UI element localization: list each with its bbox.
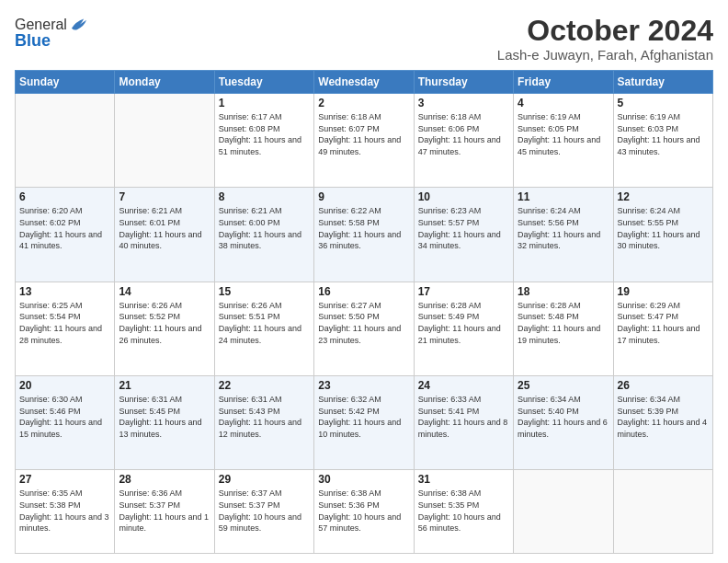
table-row: 11Sunrise: 6:24 AM Sunset: 5:56 PM Dayli… <box>514 188 613 282</box>
calendar-week-row: 20Sunrise: 6:30 AM Sunset: 5:46 PM Dayli… <box>16 376 713 470</box>
day-number: 22 <box>219 379 310 392</box>
table-row <box>16 94 115 188</box>
table-row: 7Sunrise: 6:21 AM Sunset: 6:01 PM Daylig… <box>115 188 214 282</box>
location-title: Lash-e Juwayn, Farah, Afghanistan <box>497 47 713 63</box>
table-row: 29Sunrise: 6:37 AM Sunset: 5:37 PM Dayli… <box>214 470 313 554</box>
day-info: Sunrise: 6:27 AM Sunset: 5:50 PM Dayligh… <box>318 300 409 346</box>
table-row: 19Sunrise: 6:29 AM Sunset: 5:47 PM Dayli… <box>613 282 712 375</box>
day-number: 10 <box>418 190 509 203</box>
header: General Blue October 2024 Lash-e Juwayn,… <box>15 15 713 63</box>
day-info: Sunrise: 6:29 AM Sunset: 5:47 PM Dayligh… <box>618 300 709 346</box>
table-row <box>115 94 214 188</box>
calendar-table: Sunday Monday Tuesday Wednesday Thursday… <box>15 70 713 554</box>
day-info: Sunrise: 6:28 AM Sunset: 5:49 PM Dayligh… <box>418 300 509 346</box>
day-info: Sunrise: 6:21 AM Sunset: 6:00 PM Dayligh… <box>219 205 310 251</box>
table-row: 30Sunrise: 6:38 AM Sunset: 5:36 PM Dayli… <box>314 470 414 554</box>
day-number: 8 <box>219 190 310 203</box>
day-number: 19 <box>618 285 709 298</box>
day-number: 23 <box>318 379 409 392</box>
day-info: Sunrise: 6:18 AM Sunset: 6:07 PM Dayligh… <box>318 111 409 157</box>
day-info: Sunrise: 6:24 AM Sunset: 5:56 PM Dayligh… <box>518 205 609 251</box>
table-row: 15Sunrise: 6:26 AM Sunset: 5:51 PM Dayli… <box>214 282 313 375</box>
logo-bird-icon <box>69 15 89 35</box>
table-row: 26Sunrise: 6:34 AM Sunset: 5:39 PM Dayli… <box>613 376 712 470</box>
header-sunday: Sunday <box>16 71 115 94</box>
day-number: 14 <box>119 285 210 298</box>
day-number: 27 <box>19 473 110 486</box>
table-row: 1Sunrise: 6:17 AM Sunset: 6:08 PM Daylig… <box>214 94 313 188</box>
table-row: 25Sunrise: 6:34 AM Sunset: 5:40 PM Dayli… <box>514 376 613 470</box>
table-row: 6Sunrise: 6:20 AM Sunset: 6:02 PM Daylig… <box>16 188 115 282</box>
table-row: 22Sunrise: 6:31 AM Sunset: 5:43 PM Dayli… <box>214 376 313 470</box>
day-number: 12 <box>618 190 709 203</box>
header-saturday: Saturday <box>613 71 712 94</box>
header-thursday: Thursday <box>414 71 513 94</box>
day-info: Sunrise: 6:28 AM Sunset: 5:48 PM Dayligh… <box>518 300 609 346</box>
day-info: Sunrise: 6:31 AM Sunset: 5:45 PM Dayligh… <box>119 394 210 440</box>
day-info: Sunrise: 6:25 AM Sunset: 5:54 PM Dayligh… <box>19 300 110 346</box>
day-number: 6 <box>19 190 110 203</box>
day-number: 4 <box>518 97 609 109</box>
day-number: 16 <box>318 285 409 298</box>
table-row: 14Sunrise: 6:26 AM Sunset: 5:52 PM Dayli… <box>115 282 214 375</box>
day-number: 17 <box>418 285 509 298</box>
table-row: 23Sunrise: 6:32 AM Sunset: 5:42 PM Dayli… <box>314 376 414 470</box>
day-number: 5 <box>618 97 709 109</box>
table-row: 12Sunrise: 6:24 AM Sunset: 5:55 PM Dayli… <box>613 188 712 282</box>
header-monday: Monday <box>115 71 214 94</box>
day-number: 3 <box>418 97 509 109</box>
day-info: Sunrise: 6:30 AM Sunset: 5:46 PM Dayligh… <box>19 394 110 440</box>
day-info: Sunrise: 6:26 AM Sunset: 5:52 PM Dayligh… <box>119 300 210 346</box>
table-row: 5Sunrise: 6:19 AM Sunset: 6:03 PM Daylig… <box>613 94 712 188</box>
day-number: 28 <box>119 473 210 486</box>
day-info: Sunrise: 6:34 AM Sunset: 5:39 PM Dayligh… <box>618 394 709 440</box>
table-row: 17Sunrise: 6:28 AM Sunset: 5:49 PM Dayli… <box>414 282 513 375</box>
day-number: 30 <box>318 473 409 486</box>
day-info: Sunrise: 6:34 AM Sunset: 5:40 PM Dayligh… <box>518 394 609 440</box>
day-number: 9 <box>318 190 409 203</box>
header-tuesday: Tuesday <box>214 71 313 94</box>
logo-blue-text: Blue <box>15 31 51 51</box>
table-row: 10Sunrise: 6:23 AM Sunset: 5:57 PM Dayli… <box>414 188 513 282</box>
day-number: 18 <box>518 285 609 298</box>
table-row: 28Sunrise: 6:36 AM Sunset: 5:37 PM Dayli… <box>115 470 214 554</box>
day-number: 24 <box>418 379 509 392</box>
day-number: 29 <box>219 473 310 486</box>
day-info: Sunrise: 6:38 AM Sunset: 5:36 PM Dayligh… <box>318 488 409 534</box>
day-info: Sunrise: 6:31 AM Sunset: 5:43 PM Dayligh… <box>219 394 310 440</box>
day-info: Sunrise: 6:20 AM Sunset: 6:02 PM Dayligh… <box>19 205 110 251</box>
day-info: Sunrise: 6:33 AM Sunset: 5:41 PM Dayligh… <box>418 394 509 440</box>
day-number: 11 <box>518 190 609 203</box>
month-title: October 2024 <box>497 15 713 47</box>
day-number: 2 <box>318 97 409 109</box>
day-number: 13 <box>19 285 110 298</box>
day-number: 1 <box>219 97 310 109</box>
table-row <box>514 470 613 554</box>
day-info: Sunrise: 6:26 AM Sunset: 5:51 PM Dayligh… <box>219 300 310 346</box>
calendar-week-row: 1Sunrise: 6:17 AM Sunset: 6:08 PM Daylig… <box>16 94 713 188</box>
day-info: Sunrise: 6:18 AM Sunset: 6:06 PM Dayligh… <box>418 111 509 157</box>
day-number: 21 <box>119 379 210 392</box>
table-row: 4Sunrise: 6:19 AM Sunset: 6:05 PM Daylig… <box>514 94 613 188</box>
day-info: Sunrise: 6:22 AM Sunset: 5:58 PM Dayligh… <box>318 205 409 251</box>
day-number: 31 <box>418 473 509 486</box>
day-info: Sunrise: 6:37 AM Sunset: 5:37 PM Dayligh… <box>219 488 310 534</box>
day-info: Sunrise: 6:24 AM Sunset: 5:55 PM Dayligh… <box>618 205 709 251</box>
title-section: October 2024 Lash-e Juwayn, Farah, Afgha… <box>497 15 713 63</box>
day-info: Sunrise: 6:19 AM Sunset: 6:05 PM Dayligh… <box>518 111 609 157</box>
calendar-week-row: 13Sunrise: 6:25 AM Sunset: 5:54 PM Dayli… <box>16 282 713 375</box>
day-info: Sunrise: 6:36 AM Sunset: 5:37 PM Dayligh… <box>119 488 210 534</box>
table-row: 9Sunrise: 6:22 AM Sunset: 5:58 PM Daylig… <box>314 188 414 282</box>
calendar-week-row: 27Sunrise: 6:35 AM Sunset: 5:38 PM Dayli… <box>16 470 713 554</box>
table-row: 20Sunrise: 6:30 AM Sunset: 5:46 PM Dayli… <box>16 376 115 470</box>
day-info: Sunrise: 6:32 AM Sunset: 5:42 PM Dayligh… <box>318 394 409 440</box>
table-row: 21Sunrise: 6:31 AM Sunset: 5:45 PM Dayli… <box>115 376 214 470</box>
table-row: 16Sunrise: 6:27 AM Sunset: 5:50 PM Dayli… <box>314 282 414 375</box>
table-row: 2Sunrise: 6:18 AM Sunset: 6:07 PM Daylig… <box>314 94 414 188</box>
table-row: 8Sunrise: 6:21 AM Sunset: 6:00 PM Daylig… <box>214 188 313 282</box>
weekday-header-row: Sunday Monday Tuesday Wednesday Thursday… <box>16 71 713 94</box>
day-number: 26 <box>618 379 709 392</box>
day-number: 25 <box>518 379 609 392</box>
day-info: Sunrise: 6:23 AM Sunset: 5:57 PM Dayligh… <box>418 205 509 251</box>
table-row: 3Sunrise: 6:18 AM Sunset: 6:06 PM Daylig… <box>414 94 513 188</box>
